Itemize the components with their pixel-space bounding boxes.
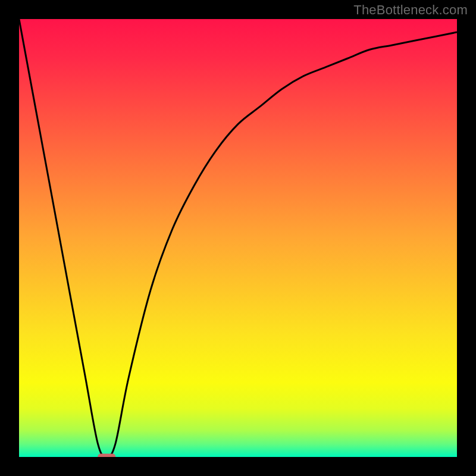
bottleneck-chart [19, 19, 457, 457]
watermark-text: TheBottleneck.com [353, 2, 468, 18]
chart-frame: TheBottleneck.com [0, 0, 476, 476]
chart-background [19, 19, 457, 457]
optimal-marker [98, 454, 115, 458]
